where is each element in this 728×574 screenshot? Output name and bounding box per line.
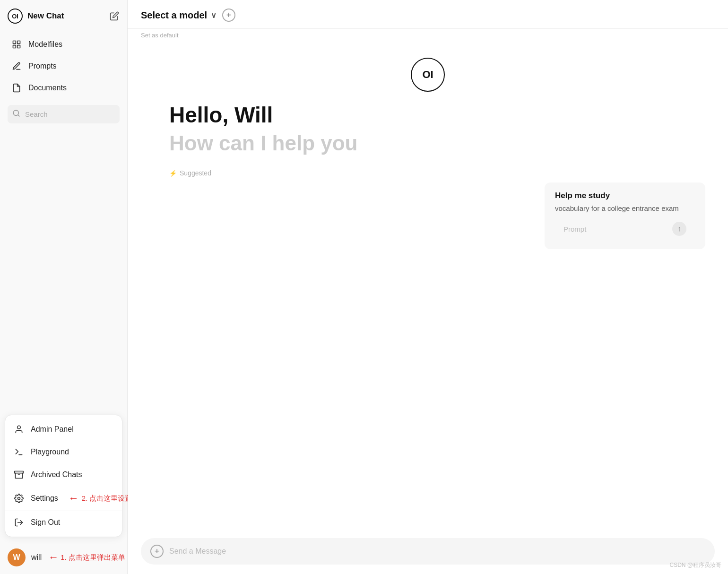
search-row[interactable] xyxy=(8,105,120,123)
suggestion-title: Help me study xyxy=(555,191,695,200)
csdn-watermark: CSDN @程序员汝哥 xyxy=(669,561,721,569)
hello-title: Hello, Will xyxy=(169,102,273,128)
chat-input-footer: + xyxy=(128,531,728,574)
svg-point-10 xyxy=(18,497,20,500)
search-input[interactable] xyxy=(25,110,115,118)
user-annotation: ← 1. 点击这里弹出菜单 xyxy=(48,551,125,564)
search-icon xyxy=(12,109,20,119)
signout-item[interactable]: Sign Out xyxy=(5,511,122,534)
model-select-label: Select a model xyxy=(141,10,207,21)
chat-logo: OI xyxy=(411,58,445,92)
suggestion-description: vocabulary for a college entrance exam xyxy=(555,203,695,213)
playground-item[interactable]: Playground xyxy=(5,441,122,463)
svg-rect-0 xyxy=(13,41,16,44)
lightning-icon: ⚡ xyxy=(169,170,177,177)
settings-item[interactable]: Settings ← 2. 点击这里设置模型 xyxy=(5,486,122,511)
sidebar-item-prompts[interactable]: Prompts xyxy=(8,56,120,77)
archived-chats-label: Archived Chats xyxy=(31,470,82,479)
edit-icon[interactable] xyxy=(109,11,120,21)
sidebar: OI New Chat Modelfiles xyxy=(0,0,128,574)
sidebar-logo-row[interactable]: OI New Chat xyxy=(8,9,64,24)
admin-panel-icon xyxy=(14,424,24,435)
archived-chats-item[interactable]: Archived Chats xyxy=(5,463,122,486)
svg-rect-2 xyxy=(17,45,20,48)
signout-label: Sign Out xyxy=(31,518,60,527)
bottom-panel-inner: Admin Panel Playground xyxy=(5,415,122,537)
user-arrow-icon: ← xyxy=(48,551,59,564)
add-model-button[interactable]: + xyxy=(222,9,235,22)
suggestion-card[interactable]: Help me study vocabulary for a college e… xyxy=(545,183,705,249)
sidebar-footer[interactable]: W will ← 1. 点击这里弹出菜单 xyxy=(0,542,127,574)
user-annotation-text: 1. 点击这里弹出菜单 xyxy=(61,553,125,562)
prompts-label: Prompts xyxy=(28,62,57,70)
admin-panel-label: Admin Panel xyxy=(31,425,74,434)
archived-chats-icon xyxy=(14,470,24,480)
documents-label: Documents xyxy=(28,84,67,92)
svg-rect-8 xyxy=(15,471,23,473)
sidebar-item-modelfiles[interactable]: Modelfiles xyxy=(8,34,120,55)
svg-line-5 xyxy=(18,115,19,116)
prompt-row: Prompt ↑ xyxy=(555,217,695,241)
prompt-send-button[interactable]: ↑ xyxy=(672,222,686,236)
playground-label: Playground xyxy=(31,448,69,456)
svg-rect-3 xyxy=(13,45,16,48)
chevron-down-icon: ∨ xyxy=(211,11,217,20)
bottom-panel: Admin Panel Playground xyxy=(5,415,122,537)
settings-icon xyxy=(14,493,24,504)
user-name: will xyxy=(31,553,42,562)
attach-button[interactable]: + xyxy=(150,545,164,558)
suggested-label: ⚡ Suggested xyxy=(169,169,211,177)
sidebar-item-documents[interactable]: Documents xyxy=(8,78,120,98)
signout-icon xyxy=(14,517,24,528)
help-subtitle: How can I help you xyxy=(169,131,358,155)
main-content: Select a model ∨ + Set as default OI Hel… xyxy=(128,0,728,574)
settings-arrow-icon: ← xyxy=(69,492,79,504)
sidebar-header: OI New Chat xyxy=(8,9,120,24)
svg-point-6 xyxy=(17,426,21,429)
logo-badge: OI xyxy=(8,9,23,24)
main-header: Select a model ∨ + xyxy=(128,0,728,29)
new-chat-label: New Chat xyxy=(27,11,64,21)
playground-icon xyxy=(14,447,24,457)
modelfiles-icon xyxy=(11,39,22,50)
modelfiles-label: Modelfiles xyxy=(28,40,62,49)
prompts-icon xyxy=(11,61,22,71)
prompt-placeholder-text: Prompt xyxy=(563,225,586,233)
chat-input-bar: + xyxy=(141,538,715,565)
svg-rect-1 xyxy=(17,41,20,44)
model-select-button[interactable]: Select a model ∨ xyxy=(141,10,217,21)
suggested-text: Suggested xyxy=(180,169,211,177)
settings-label: Settings xyxy=(31,494,58,503)
admin-panel-item[interactable]: Admin Panel xyxy=(5,418,122,441)
sidebar-top: OI New Chat Modelfiles xyxy=(0,0,127,415)
set-default-text: Set as default xyxy=(128,32,728,39)
chat-main: OI Hello, Will How can I help you ⚡ Sugg… xyxy=(128,39,728,531)
send-message-input[interactable] xyxy=(169,547,705,556)
documents-icon xyxy=(11,83,22,93)
user-avatar[interactable]: W xyxy=(8,548,26,566)
